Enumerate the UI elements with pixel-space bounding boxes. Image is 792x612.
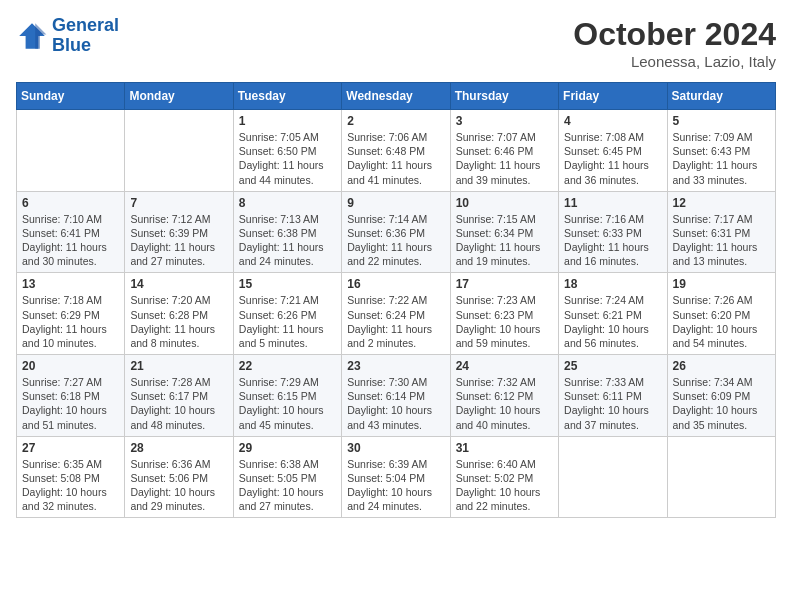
- day-detail: Sunrise: 7:18 AM Sunset: 6:29 PM Dayligh…: [22, 293, 119, 350]
- calendar-cell: 18Sunrise: 7:24 AM Sunset: 6:21 PM Dayli…: [559, 273, 667, 355]
- day-detail: Sunrise: 7:20 AM Sunset: 6:28 PM Dayligh…: [130, 293, 227, 350]
- calendar-table: SundayMondayTuesdayWednesdayThursdayFrid…: [16, 82, 776, 518]
- day-detail: Sunrise: 7:07 AM Sunset: 6:46 PM Dayligh…: [456, 130, 553, 187]
- day-number: 22: [239, 359, 336, 373]
- day-detail: Sunrise: 6:40 AM Sunset: 5:02 PM Dayligh…: [456, 457, 553, 514]
- calendar-cell: 9Sunrise: 7:14 AM Sunset: 6:36 PM Daylig…: [342, 191, 450, 273]
- calendar-cell: 17Sunrise: 7:23 AM Sunset: 6:23 PM Dayli…: [450, 273, 558, 355]
- page-header: General Blue October 2024 Leonessa, Lazi…: [16, 16, 776, 70]
- week-row-3: 13Sunrise: 7:18 AM Sunset: 6:29 PM Dayli…: [17, 273, 776, 355]
- day-detail: Sunrise: 7:23 AM Sunset: 6:23 PM Dayligh…: [456, 293, 553, 350]
- day-detail: Sunrise: 6:36 AM Sunset: 5:06 PM Dayligh…: [130, 457, 227, 514]
- calendar-cell: 21Sunrise: 7:28 AM Sunset: 6:17 PM Dayli…: [125, 355, 233, 437]
- day-number: 9: [347, 196, 444, 210]
- day-number: 28: [130, 441, 227, 455]
- day-detail: Sunrise: 7:08 AM Sunset: 6:45 PM Dayligh…: [564, 130, 661, 187]
- day-number: 11: [564, 196, 661, 210]
- week-row-5: 27Sunrise: 6:35 AM Sunset: 5:08 PM Dayli…: [17, 436, 776, 518]
- calendar-cell: 7Sunrise: 7:12 AM Sunset: 6:39 PM Daylig…: [125, 191, 233, 273]
- day-number: 23: [347, 359, 444, 373]
- day-number: 30: [347, 441, 444, 455]
- day-number: 21: [130, 359, 227, 373]
- day-number: 7: [130, 196, 227, 210]
- header-monday: Monday: [125, 83, 233, 110]
- calendar-cell: 5Sunrise: 7:09 AM Sunset: 6:43 PM Daylig…: [667, 110, 775, 192]
- calendar-cell: 14Sunrise: 7:20 AM Sunset: 6:28 PM Dayli…: [125, 273, 233, 355]
- header-friday: Friday: [559, 83, 667, 110]
- day-number: 29: [239, 441, 336, 455]
- day-number: 13: [22, 277, 119, 291]
- day-number: 18: [564, 277, 661, 291]
- svg-marker-0: [19, 23, 45, 49]
- calendar-cell: 11Sunrise: 7:16 AM Sunset: 6:33 PM Dayli…: [559, 191, 667, 273]
- day-detail: Sunrise: 7:14 AM Sunset: 6:36 PM Dayligh…: [347, 212, 444, 269]
- day-number: 5: [673, 114, 770, 128]
- calendar-cell: 25Sunrise: 7:33 AM Sunset: 6:11 PM Dayli…: [559, 355, 667, 437]
- header-saturday: Saturday: [667, 83, 775, 110]
- calendar-cell: 6Sunrise: 7:10 AM Sunset: 6:41 PM Daylig…: [17, 191, 125, 273]
- calendar-cell: 23Sunrise: 7:30 AM Sunset: 6:14 PM Dayli…: [342, 355, 450, 437]
- header-wednesday: Wednesday: [342, 83, 450, 110]
- day-detail: Sunrise: 6:39 AM Sunset: 5:04 PM Dayligh…: [347, 457, 444, 514]
- calendar-cell: [125, 110, 233, 192]
- logo-text-line2: Blue: [52, 36, 119, 56]
- calendar-cell: 22Sunrise: 7:29 AM Sunset: 6:15 PM Dayli…: [233, 355, 341, 437]
- day-detail: Sunrise: 7:05 AM Sunset: 6:50 PM Dayligh…: [239, 130, 336, 187]
- calendar-cell: [667, 436, 775, 518]
- calendar-cell: 28Sunrise: 6:36 AM Sunset: 5:06 PM Dayli…: [125, 436, 233, 518]
- calendar-cell: [17, 110, 125, 192]
- day-number: 1: [239, 114, 336, 128]
- calendar-header: SundayMondayTuesdayWednesdayThursdayFrid…: [17, 83, 776, 110]
- calendar-cell: 4Sunrise: 7:08 AM Sunset: 6:45 PM Daylig…: [559, 110, 667, 192]
- day-detail: Sunrise: 7:13 AM Sunset: 6:38 PM Dayligh…: [239, 212, 336, 269]
- day-detail: Sunrise: 6:38 AM Sunset: 5:05 PM Dayligh…: [239, 457, 336, 514]
- calendar-cell: [559, 436, 667, 518]
- month-title: October 2024: [573, 16, 776, 53]
- calendar-cell: 15Sunrise: 7:21 AM Sunset: 6:26 PM Dayli…: [233, 273, 341, 355]
- calendar-cell: 26Sunrise: 7:34 AM Sunset: 6:09 PM Dayli…: [667, 355, 775, 437]
- day-detail: Sunrise: 7:12 AM Sunset: 6:39 PM Dayligh…: [130, 212, 227, 269]
- calendar-cell: 29Sunrise: 6:38 AM Sunset: 5:05 PM Dayli…: [233, 436, 341, 518]
- calendar-cell: 20Sunrise: 7:27 AM Sunset: 6:18 PM Dayli…: [17, 355, 125, 437]
- calendar-cell: 16Sunrise: 7:22 AM Sunset: 6:24 PM Dayli…: [342, 273, 450, 355]
- day-number: 6: [22, 196, 119, 210]
- day-number: 25: [564, 359, 661, 373]
- calendar-cell: 19Sunrise: 7:26 AM Sunset: 6:20 PM Dayli…: [667, 273, 775, 355]
- calendar-cell: 12Sunrise: 7:17 AM Sunset: 6:31 PM Dayli…: [667, 191, 775, 273]
- day-number: 3: [456, 114, 553, 128]
- logo-icon: [16, 20, 48, 52]
- day-detail: Sunrise: 7:16 AM Sunset: 6:33 PM Dayligh…: [564, 212, 661, 269]
- header-tuesday: Tuesday: [233, 83, 341, 110]
- day-detail: Sunrise: 7:10 AM Sunset: 6:41 PM Dayligh…: [22, 212, 119, 269]
- calendar-cell: 27Sunrise: 6:35 AM Sunset: 5:08 PM Dayli…: [17, 436, 125, 518]
- calendar-cell: 2Sunrise: 7:06 AM Sunset: 6:48 PM Daylig…: [342, 110, 450, 192]
- week-row-4: 20Sunrise: 7:27 AM Sunset: 6:18 PM Dayli…: [17, 355, 776, 437]
- week-row-2: 6Sunrise: 7:10 AM Sunset: 6:41 PM Daylig…: [17, 191, 776, 273]
- day-number: 4: [564, 114, 661, 128]
- day-detail: Sunrise: 7:28 AM Sunset: 6:17 PM Dayligh…: [130, 375, 227, 432]
- day-detail: Sunrise: 7:22 AM Sunset: 6:24 PM Dayligh…: [347, 293, 444, 350]
- header-thursday: Thursday: [450, 83, 558, 110]
- day-detail: Sunrise: 7:32 AM Sunset: 6:12 PM Dayligh…: [456, 375, 553, 432]
- calendar-cell: 31Sunrise: 6:40 AM Sunset: 5:02 PM Dayli…: [450, 436, 558, 518]
- day-detail: Sunrise: 7:15 AM Sunset: 6:34 PM Dayligh…: [456, 212, 553, 269]
- day-detail: Sunrise: 7:33 AM Sunset: 6:11 PM Dayligh…: [564, 375, 661, 432]
- day-detail: Sunrise: 7:27 AM Sunset: 6:18 PM Dayligh…: [22, 375, 119, 432]
- day-detail: Sunrise: 7:30 AM Sunset: 6:14 PM Dayligh…: [347, 375, 444, 432]
- day-detail: Sunrise: 7:17 AM Sunset: 6:31 PM Dayligh…: [673, 212, 770, 269]
- logo-text-line1: General: [52, 16, 119, 36]
- day-detail: Sunrise: 7:26 AM Sunset: 6:20 PM Dayligh…: [673, 293, 770, 350]
- header-sunday: Sunday: [17, 83, 125, 110]
- day-number: 31: [456, 441, 553, 455]
- location-subtitle: Leonessa, Lazio, Italy: [573, 53, 776, 70]
- week-row-1: 1Sunrise: 7:05 AM Sunset: 6:50 PM Daylig…: [17, 110, 776, 192]
- calendar-cell: 8Sunrise: 7:13 AM Sunset: 6:38 PM Daylig…: [233, 191, 341, 273]
- day-number: 10: [456, 196, 553, 210]
- day-number: 17: [456, 277, 553, 291]
- day-number: 19: [673, 277, 770, 291]
- calendar-cell: 3Sunrise: 7:07 AM Sunset: 6:46 PM Daylig…: [450, 110, 558, 192]
- day-number: 14: [130, 277, 227, 291]
- day-detail: Sunrise: 7:21 AM Sunset: 6:26 PM Dayligh…: [239, 293, 336, 350]
- title-block: October 2024 Leonessa, Lazio, Italy: [573, 16, 776, 70]
- calendar-cell: 13Sunrise: 7:18 AM Sunset: 6:29 PM Dayli…: [17, 273, 125, 355]
